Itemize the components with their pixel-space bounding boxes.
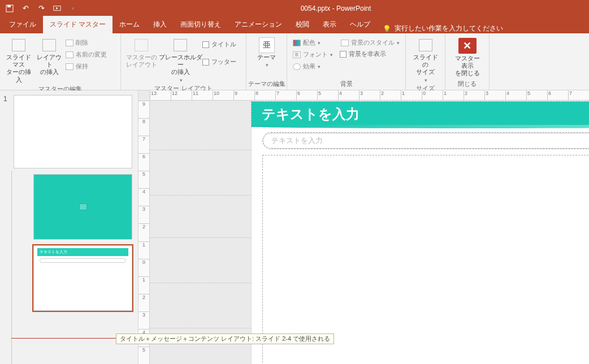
title-text: テキストを入力 — [262, 106, 360, 122]
master-thumbnail[interactable] — [14, 95, 132, 168]
fonts-button[interactable]: 亜フォント — [292, 50, 334, 59]
rename-icon — [66, 51, 73, 58]
effects-icon — [293, 63, 301, 70]
layout-tooltip: タイトル＋メッセージ＋コンテンツ レイアウト: スライド 2-4 で使用される — [116, 333, 334, 344]
preserve-icon — [66, 63, 73, 70]
lightbulb-icon: 💡 — [383, 25, 391, 33]
layout-thumbnail-1[interactable] — [33, 174, 132, 240]
tab-insert[interactable]: 挿入 — [146, 16, 174, 33]
tab-file[interactable]: ファイル — [2, 16, 43, 33]
footer-checkbox[interactable]: フッター — [202, 58, 236, 66]
group-master-layout: マスターの レイアウト プレースホルダー の挿入 タイトル フッター マスター … — [121, 33, 246, 90]
title-bar: ↶ ↷ 0054.pptx - PowerPoint — [0, 0, 589, 16]
layout-thumbnail-2[interactable]: テキストを入力 — [33, 245, 132, 311]
master-number: 1 — [3, 95, 7, 103]
start-slideshow-icon[interactable] — [53, 5, 61, 12]
title-checkbox[interactable]: タイトル — [202, 40, 236, 49]
tab-slide-master[interactable]: スライド マスター — [43, 16, 112, 33]
insert-layout-button[interactable]: レイアウト の挿入 — [34, 36, 64, 76]
fonts-icon: 亜 — [293, 51, 301, 58]
close-icon: ✕ — [458, 38, 477, 54]
themes-button[interactable]: 亜 テーマ — [252, 36, 282, 68]
svg-marker-3 — [56, 7, 58, 9]
bg-styles-icon — [341, 40, 349, 46]
subtitle-placeholder[interactable]: テキストを入力 — [263, 133, 589, 149]
title-placeholder[interactable]: テキストを入力 — [252, 102, 589, 127]
insert-slide-master-button[interactable]: スライド マス ターの挿入 — [3, 36, 34, 84]
preserve-button: 保持 — [64, 62, 108, 71]
tab-animations[interactable]: アニメーション — [228, 16, 289, 33]
slide-layout-editor[interactable]: テキストを入力 テキストを入力 — [252, 102, 589, 364]
master-layout-button: マスターの レイアウト — [124, 36, 158, 68]
colors-button[interactable]: 配色 — [292, 38, 334, 47]
group-size: スライドの サイズ サイズ — [406, 33, 445, 90]
insert-placeholder-button[interactable]: プレースホルダー の挿入 — [158, 36, 202, 83]
tab-review[interactable]: 校閲 — [289, 16, 316, 33]
slide-size-button[interactable]: スライドの サイズ — [410, 36, 441, 83]
thumb-title: テキストを入力 — [37, 248, 128, 256]
ribbon-tabs: ファイル スライド マスター ホーム 挿入 画面切り替え アニメーション 校閲 … — [0, 16, 589, 33]
thumb-subtitle — [40, 258, 126, 263]
delete-button: 削除 — [64, 38, 108, 47]
master-layout-icon — [135, 39, 148, 51]
horizontal-ruler: 1312111098765432101234567 — [150, 90, 589, 101]
vertical-ruler: 987654321012345 — [138, 101, 150, 364]
themes-icon: 亜 — [259, 37, 275, 53]
tab-view[interactable]: 表示 — [316, 16, 343, 33]
group-close: ✕ マスター表示 を閉じる 閉じる — [445, 33, 490, 90]
group-label: 背景 — [287, 79, 405, 90]
group-edit-theme: 亜 テーマ テーマの編集 — [246, 33, 287, 90]
slide-size-icon — [419, 39, 432, 51]
background-styles-button[interactable]: 背景のスタイル — [340, 38, 401, 47]
image-placeholder-icon — [79, 203, 87, 210]
group-label: 閉じる — [445, 79, 489, 90]
tell-me-label: 実行したい作業を入力してください — [395, 24, 503, 33]
save-icon[interactable] — [6, 5, 14, 12]
hide-background-checkbox[interactable]: 背景を非表示 — [340, 50, 401, 58]
rename-button[interactable]: 名前の変更 — [64, 50, 108, 59]
thumbnail-pane[interactable]: 1 テキストを入力 — [0, 90, 138, 364]
group-background: 配色 亜フォント 効果 背景のスタイル 背景を非表示 背景 — [287, 33, 406, 90]
hierarchy-line — [11, 171, 12, 364]
svg-rect-1 — [7, 5, 11, 7]
layout-icon — [42, 39, 56, 51]
group-edit-master: スライド マス ターの挿入 レイアウト の挿入 削除 名前の変更 保持 マスター… — [0, 33, 121, 90]
tab-help[interactable]: ヘルプ — [343, 16, 377, 33]
close-master-view-button[interactable]: ✕ マスター表示 を閉じる — [452, 36, 483, 77]
quick-access-toolbar: ↶ ↷ — [0, 5, 83, 12]
redo-icon[interactable]: ↷ — [37, 5, 45, 12]
content-placeholder[interactable] — [263, 155, 589, 364]
placeholder-icon — [174, 39, 187, 51]
slide-master-icon — [12, 39, 25, 51]
colors-icon — [293, 40, 301, 46]
undo-icon[interactable]: ↶ — [21, 5, 29, 12]
group-label: テーマの編集 — [246, 79, 287, 90]
tab-home[interactable]: ホーム — [112, 16, 146, 33]
delete-icon — [66, 40, 73, 46]
workspace: 1 テキストを入力 1312111098765432101234567 9876… — [0, 90, 589, 364]
subtitle-text: テキストを入力 — [271, 136, 323, 145]
ribbon: スライド マス ターの挿入 レイアウト の挿入 削除 名前の変更 保持 マスター… — [0, 33, 589, 90]
tell-me-search[interactable]: 💡 実行したい作業を入力してください — [377, 24, 509, 33]
window-title: 0054.pptx - PowerPoint — [83, 5, 589, 12]
qat-customize-dropdown[interactable] — [69, 5, 77, 12]
effects-button[interactable]: 効果 — [292, 62, 334, 71]
tab-transitions[interactable]: 画面切り替え — [174, 16, 228, 33]
slide-canvas-area[interactable]: 1312111098765432101234567 98765432101234… — [138, 90, 589, 364]
scroll-indicator — [11, 338, 132, 339]
